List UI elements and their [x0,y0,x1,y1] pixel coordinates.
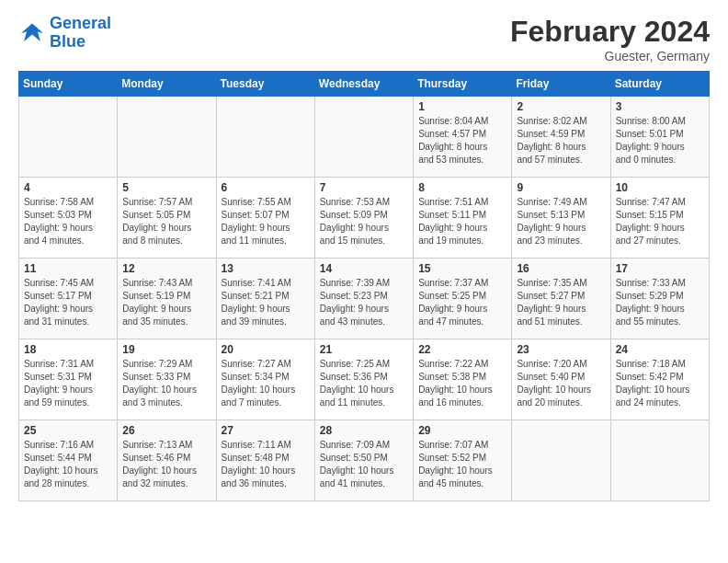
day-info: Sunrise: 7:35 AM Sunset: 5:27 PM Dayligh… [517,277,605,328]
header-sunday: Sunday [19,72,118,97]
calendar-cell: 29Sunrise: 7:07 AM Sunset: 5:52 PM Dayli… [414,420,512,501]
day-number: 12 [122,262,210,275]
header-monday: Monday [118,72,216,97]
calendar-week-4: 18Sunrise: 7:31 AM Sunset: 5:31 PM Dayli… [19,339,710,420]
day-number: 29 [418,424,506,437]
calendar-cell: 8Sunrise: 7:51 AM Sunset: 5:11 PM Daylig… [414,178,512,259]
day-info: Sunrise: 7:55 AM Sunset: 5:07 PM Dayligh… [222,196,310,247]
calendar-week-1: 1Sunrise: 8:04 AM Sunset: 4:57 PM Daylig… [19,97,710,178]
day-number: 25 [24,424,112,437]
day-number: 27 [222,424,310,437]
day-info: Sunrise: 8:00 AM Sunset: 5:01 PM Dayligh… [616,115,704,167]
day-info: Sunrise: 7:20 AM Sunset: 5:40 PM Dayligh… [517,358,605,409]
calendar-cell: 7Sunrise: 7:53 AM Sunset: 5:09 PM Daylig… [314,178,413,259]
title-area: February 2024 Guester, Germany [510,15,710,63]
day-info: Sunrise: 7:49 AM Sunset: 5:13 PM Dayligh… [517,196,605,247]
day-number: 3 [616,100,704,113]
calendar-cell [314,97,413,178]
header-saturday: Saturday [610,72,709,97]
day-number: 22 [418,343,506,356]
calendar-week-3: 11Sunrise: 7:45 AM Sunset: 5:17 PM Dayli… [19,259,710,339]
day-number: 26 [122,424,210,437]
calendar-cell: 22Sunrise: 7:22 AM Sunset: 5:38 PM Dayli… [414,339,512,420]
svg-marker-0 [21,23,43,41]
calendar-cell: 19Sunrise: 7:29 AM Sunset: 5:33 PM Dayli… [118,339,216,420]
day-number: 4 [24,181,112,194]
day-info: Sunrise: 7:29 AM Sunset: 5:33 PM Dayligh… [122,358,210,409]
calendar-cell: 16Sunrise: 7:35 AM Sunset: 5:27 PM Dayli… [512,259,610,339]
header-thursday: Thursday [414,72,512,97]
location-subtitle: Guester, Germany [510,49,710,63]
calendar-cell [216,97,314,178]
calendar-cell: 4Sunrise: 7:58 AM Sunset: 5:03 PM Daylig… [19,178,118,259]
day-info: Sunrise: 7:45 AM Sunset: 5:17 PM Dayligh… [24,277,112,328]
day-number: 21 [320,343,408,356]
calendar-cell: 14Sunrise: 7:39 AM Sunset: 5:23 PM Dayli… [314,259,413,339]
day-number: 6 [222,181,310,194]
day-info: Sunrise: 7:37 AM Sunset: 5:25 PM Dayligh… [418,277,506,328]
calendar-table: SundayMondayTuesdayWednesdayThursdayFrid… [18,71,710,501]
day-number: 17 [616,262,704,275]
calendar-cell: 9Sunrise: 7:49 AM Sunset: 5:13 PM Daylig… [512,178,610,259]
day-number: 14 [320,262,408,275]
day-number: 7 [320,181,408,194]
day-info: Sunrise: 7:47 AM Sunset: 5:15 PM Dayligh… [616,196,704,247]
calendar-week-2: 4Sunrise: 7:58 AM Sunset: 5:03 PM Daylig… [19,178,710,259]
day-number: 5 [122,181,210,194]
page-header: General Blue February 2024 Guester, Germ… [18,15,710,63]
day-info: Sunrise: 7:43 AM Sunset: 5:19 PM Dayligh… [122,277,210,328]
day-info: Sunrise: 7:13 AM Sunset: 5:46 PM Dayligh… [122,439,210,490]
day-number: 16 [517,262,605,275]
day-number: 18 [24,343,112,356]
logo: General Blue [18,15,111,52]
day-number: 8 [418,181,506,194]
calendar-cell [118,97,216,178]
day-number: 24 [616,343,704,356]
calendar-cell: 27Sunrise: 7:11 AM Sunset: 5:48 PM Dayli… [216,420,314,501]
day-info: Sunrise: 7:27 AM Sunset: 5:34 PM Dayligh… [222,358,310,409]
day-info: Sunrise: 8:02 AM Sunset: 4:59 PM Dayligh… [517,115,605,167]
calendar-cell: 17Sunrise: 7:33 AM Sunset: 5:29 PM Dayli… [610,259,709,339]
day-number: 1 [418,100,506,113]
day-number: 11 [24,262,112,275]
calendar-cell: 18Sunrise: 7:31 AM Sunset: 5:31 PM Dayli… [19,339,118,420]
day-number: 10 [616,181,704,194]
day-number: 23 [517,343,605,356]
calendar-cell [610,420,709,501]
day-info: Sunrise: 7:09 AM Sunset: 5:50 PM Dayligh… [320,439,408,490]
day-info: Sunrise: 7:25 AM Sunset: 5:36 PM Dayligh… [320,358,408,409]
day-number: 15 [418,262,506,275]
logo-text: General Blue [50,15,111,52]
day-info: Sunrise: 7:16 AM Sunset: 5:44 PM Dayligh… [24,439,112,490]
month-title: February 2024 [510,15,710,49]
calendar-cell: 15Sunrise: 7:37 AM Sunset: 5:25 PM Dayli… [414,259,512,339]
day-info: Sunrise: 7:31 AM Sunset: 5:31 PM Dayligh… [24,358,112,409]
day-info: Sunrise: 7:51 AM Sunset: 5:11 PM Dayligh… [418,196,506,247]
day-number: 13 [222,262,310,275]
day-number: 20 [222,343,310,356]
calendar-cell: 11Sunrise: 7:45 AM Sunset: 5:17 PM Dayli… [19,259,118,339]
day-info: Sunrise: 7:58 AM Sunset: 5:03 PM Dayligh… [24,196,112,247]
day-info: Sunrise: 7:41 AM Sunset: 5:21 PM Dayligh… [222,277,310,328]
calendar-cell: 1Sunrise: 8:04 AM Sunset: 4:57 PM Daylig… [414,97,512,178]
day-info: Sunrise: 7:33 AM Sunset: 5:29 PM Dayligh… [616,277,704,328]
calendar-cell: 2Sunrise: 8:02 AM Sunset: 4:59 PM Daylig… [512,97,610,178]
day-number: 28 [320,424,408,437]
calendar-cell [19,97,118,178]
calendar-cell: 3Sunrise: 8:00 AM Sunset: 5:01 PM Daylig… [610,97,709,178]
day-info: Sunrise: 7:39 AM Sunset: 5:23 PM Dayligh… [320,277,408,328]
day-info: Sunrise: 7:57 AM Sunset: 5:05 PM Dayligh… [122,196,210,247]
header-tuesday: Tuesday [216,72,314,97]
calendar-cell: 21Sunrise: 7:25 AM Sunset: 5:36 PM Dayli… [314,339,413,420]
calendar-cell: 20Sunrise: 7:27 AM Sunset: 5:34 PM Dayli… [216,339,314,420]
calendar-cell: 28Sunrise: 7:09 AM Sunset: 5:50 PM Dayli… [314,420,413,501]
calendar-cell: 25Sunrise: 7:16 AM Sunset: 5:44 PM Dayli… [19,420,118,501]
calendar-cell: 13Sunrise: 7:41 AM Sunset: 5:21 PM Dayli… [216,259,314,339]
header-wednesday: Wednesday [314,72,413,97]
calendar-cell: 10Sunrise: 7:47 AM Sunset: 5:15 PM Dayli… [610,178,709,259]
logo-line1: General [50,14,111,32]
day-info: Sunrise: 8:04 AM Sunset: 4:57 PM Dayligh… [418,115,506,167]
calendar-cell: 12Sunrise: 7:43 AM Sunset: 5:19 PM Dayli… [118,259,216,339]
calendar-cell: 6Sunrise: 7:55 AM Sunset: 5:07 PM Daylig… [216,178,314,259]
calendar-header-row: SundayMondayTuesdayWednesdayThursdayFrid… [19,72,710,97]
